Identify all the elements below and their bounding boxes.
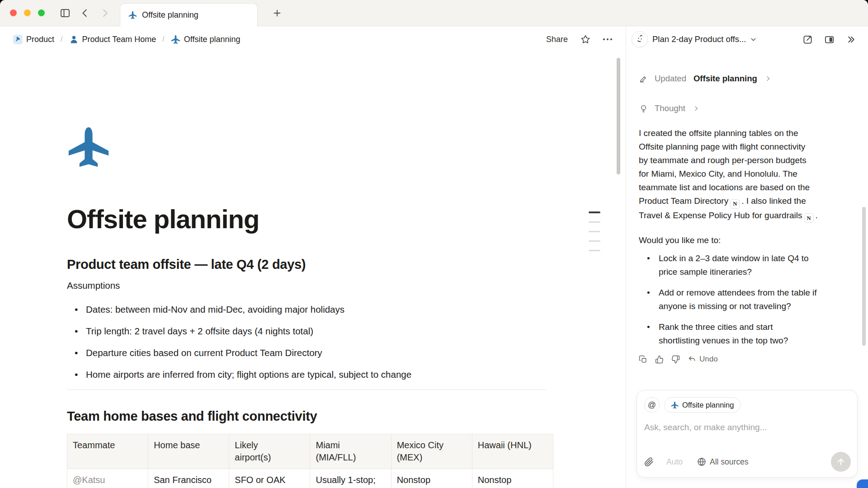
back-icon[interactable] xyxy=(78,6,92,20)
send-button[interactable] xyxy=(831,452,851,472)
list-item: Home airports are inferred from city; fl… xyxy=(67,368,561,381)
minimize-window-button[interactable] xyxy=(24,9,31,16)
model-auto-selector[interactable]: Auto xyxy=(666,457,683,467)
outline-indicator[interactable] xyxy=(589,211,600,259)
undo-label: Undo xyxy=(699,355,718,364)
collapse-panel-chevrons-icon[interactable] xyxy=(844,33,857,46)
page-icon-airplane[interactable] xyxy=(67,126,110,169)
undo-arrow-icon xyxy=(688,355,696,364)
chevron-down-icon[interactable] xyxy=(750,36,757,43)
chat-text-input[interactable] xyxy=(644,422,850,432)
table-cell-teammate-mention[interactable]: @Katsu xyxy=(67,469,148,488)
main-scrollbar[interactable] xyxy=(617,58,620,174)
table-header-cell: Teammate xyxy=(67,434,148,469)
suggestion-item: Lock in a 2–3 date window in late Q4 top… xyxy=(639,252,847,279)
ai-question: Would you like me to: xyxy=(639,234,847,247)
thumbs-down-icon[interactable] xyxy=(671,355,680,364)
title-bar: Offsite planning xyxy=(0,0,868,26)
table-cell: San Francisco xyxy=(148,469,229,488)
ai-thread-title[interactable]: Plan 2-day Product offs... xyxy=(652,34,746,44)
table-header-cell: Home base xyxy=(148,434,229,469)
table-header-cell: Miami(MIA/FLL) xyxy=(310,434,391,469)
panel-layout-icon[interactable] xyxy=(823,33,835,46)
message-line: by teammate and rough per-person budgets xyxy=(639,154,848,167)
close-window-button[interactable] xyxy=(10,9,17,16)
panel-scrollbar[interactable] xyxy=(862,207,866,346)
cursor-blob xyxy=(857,479,868,488)
sidebar-toggle-icon[interactable] xyxy=(58,6,72,20)
section-heading: Product team offsite — late Q4 (2 days) xyxy=(67,256,561,273)
table-cell: Usually 1-stop; xyxy=(310,469,391,488)
table-cell: Nonstop xyxy=(391,469,472,488)
globe-icon xyxy=(697,457,706,466)
message-line: Offsite planning page with flight connec… xyxy=(639,140,848,154)
breadcrumb-separator: / xyxy=(162,35,164,43)
activity-updated-row[interactable]: Updated Offsite planning xyxy=(639,72,847,85)
table-cell: Nonstop xyxy=(472,469,553,488)
undo-button[interactable]: Undo xyxy=(688,355,718,364)
table-header-row: Teammate Home base Likelyairport(s) Miam… xyxy=(67,434,553,469)
message-line: teammate list and locations are based on… xyxy=(639,181,848,194)
thumbs-up-icon[interactable] xyxy=(655,355,664,364)
message-line: Product Team DirectoryN. I also linked t… xyxy=(639,194,848,209)
new-chat-compose-icon[interactable] xyxy=(801,33,814,46)
share-button[interactable]: Share xyxy=(546,35,568,44)
breadcrumb-label: Offsite planning xyxy=(184,35,241,44)
breadcrumb-label: Product xyxy=(26,35,54,44)
chat-input-box: @ Offsite planning Auto All sources xyxy=(637,390,858,478)
window-corner-right xyxy=(862,0,868,6)
table-row: @Katsu San Francisco SFO or OAK Usually … xyxy=(67,469,553,488)
chevron-right-icon xyxy=(764,75,772,82)
divider xyxy=(67,389,546,390)
page-title: Offsite planning xyxy=(67,203,561,235)
list-item: Dates: between mid-Nov and mid-Dec, avoi… xyxy=(67,303,561,316)
zoom-window-button[interactable] xyxy=(38,9,45,16)
tab-title: Offsite planning xyxy=(142,10,198,20)
all-sources-selector[interactable]: All sources xyxy=(697,457,749,467)
breadcrumb-item-offsite-planning[interactable]: Offsite planning xyxy=(169,33,242,46)
notion-page-link-icon[interactable]: N xyxy=(804,213,814,223)
forward-icon[interactable] xyxy=(98,6,112,20)
breadcrumb: Product / Product Team Home / Offsite pl… xyxy=(11,33,242,46)
suggestions-list: Lock in a 2–3 date window in late Q4 top… xyxy=(639,252,847,347)
breadcrumb-separator: / xyxy=(61,35,62,43)
assumptions-label: Assumptions xyxy=(67,279,561,292)
tab-offsite-planning[interactable]: Offsite planning xyxy=(120,3,258,26)
table-cell: SFO or OAK xyxy=(229,469,310,488)
document: Offsite planning Product team offsite — … xyxy=(0,52,561,488)
updated-label: Updated xyxy=(655,74,686,84)
main-content-area: Product / Product Team Home / Offsite pl… xyxy=(0,26,626,488)
mention-button[interactable]: @ xyxy=(644,397,660,413)
message-line: Travel & Expense Policy Hub for guardrai… xyxy=(639,209,848,223)
updated-target-page: Offsite planning xyxy=(693,74,757,84)
list-item: Departure cities based on current Produc… xyxy=(67,346,561,360)
ai-face-icon xyxy=(632,31,648,47)
copy-icon[interactable] xyxy=(639,355,647,364)
breadcrumb-item-product-team-home[interactable]: Product Team Home xyxy=(67,33,158,46)
more-options-icon[interactable] xyxy=(603,38,612,40)
breadcrumb-label: Product Team Home xyxy=(82,35,156,44)
ai-panel-body: Updated Offsite planning Thought I creat… xyxy=(626,72,868,364)
thought-label: Thought xyxy=(655,103,685,113)
ai-message: I created the offsite planning tables on… xyxy=(639,127,848,223)
suggestion-item: Add or remove attendees from the table i… xyxy=(639,286,847,313)
context-chip-offsite-planning[interactable]: Offsite planning xyxy=(664,397,741,413)
table-header-cell: Mexico City(MEX) xyxy=(391,434,472,469)
breadcrumb-item-product[interactable]: Product xyxy=(11,33,56,46)
list-item: Trip length: 2 travel days + 2 offsite d… xyxy=(67,324,561,338)
flight-connectivity-table: Teammate Home base Likelyairport(s) Miam… xyxy=(67,434,553,488)
table-header-cell: Likelyairport(s) xyxy=(229,434,310,469)
pencil-icon xyxy=(639,74,648,84)
activity-thought-row[interactable]: Thought xyxy=(639,102,847,115)
new-tab-button[interactable] xyxy=(270,6,284,20)
lightbulb-icon xyxy=(639,104,648,113)
airplane-icon xyxy=(128,11,137,19)
favorite-star-icon[interactable] xyxy=(580,34,590,44)
assumptions-list: Dates: between mid-Nov and mid-Dec, avoi… xyxy=(67,303,561,381)
section-heading: Team home bases and flight connectivity xyxy=(67,408,561,425)
arrow-up-icon xyxy=(836,457,846,467)
window-corner-left xyxy=(0,0,6,6)
hammer-icon xyxy=(13,35,23,44)
attachment-paperclip-icon[interactable] xyxy=(644,457,654,467)
notion-page-link-icon[interactable]: N xyxy=(730,199,740,209)
